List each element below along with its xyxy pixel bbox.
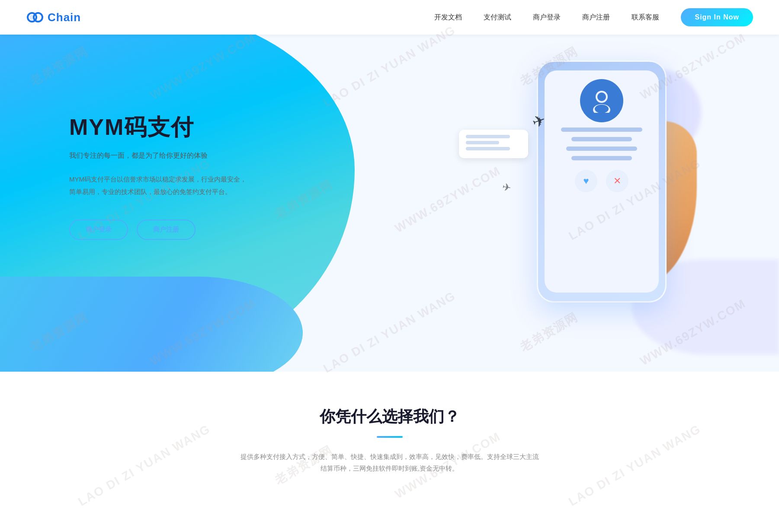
phone-outer: ♥ ✕: [537, 61, 667, 303]
nav-pay-test[interactable]: 支付测试: [484, 13, 511, 22]
signin-button[interactable]: Sign In Now: [681, 8, 753, 26]
hero-title: MYM码支付: [69, 112, 251, 143]
phone-actions: ♥ ✕: [575, 170, 628, 192]
hero-section: MYM码支付 我们专注的每一面，都是为了给你更好的体验 MYM码支付平台以信誉求…: [0, 35, 779, 372]
hero-content: MYM码支付 我们专注的每一面，都是为了给你更好的体验 MYM码支付平台以信誉求…: [69, 112, 251, 240]
chat-bubble: [459, 130, 528, 158]
paper-plane2-icon: ✈: [501, 181, 512, 194]
nav-contact[interactable]: 联系客服: [632, 13, 659, 22]
section2-divider: [377, 436, 403, 438]
chat-line-3: [466, 147, 510, 150]
hero-subtitle: 我们专注的每一面，都是为了给你更好的体验: [69, 151, 251, 160]
hero-register-button[interactable]: 商户注册: [137, 220, 196, 240]
heart-button: ♥: [575, 170, 597, 192]
logo[interactable]: Chain: [26, 9, 81, 26]
navbar: Chain 开发文档 支付测试 商户登录 商户注册 联系客服 Sign In N…: [0, 0, 779, 35]
phone-screen: ♥ ✕: [545, 70, 659, 293]
nav-dev-docs[interactable]: 开发文档: [434, 13, 462, 22]
chat-line-1: [466, 135, 510, 138]
phone-line-4: [571, 156, 632, 160]
section2: 你凭什么选择我们？ 提供多种支付接入方式，方便、简单、快捷、快速集成到，效率高，…: [0, 372, 779, 509]
phone-avatar: [580, 79, 623, 122]
phone-line-3: [566, 147, 637, 151]
nav-merchant-login[interactable]: 商户登录: [533, 13, 561, 22]
phone-line-2: [571, 137, 632, 141]
hero-desc: MYM码支付平台以信誉求市场以稳定求发展，行业内最安全，简单易用，专业的技术团队…: [69, 173, 251, 198]
avatar-icon: [591, 89, 612, 113]
blob-bottom: [0, 277, 303, 372]
nav-merchant-register[interactable]: 商户注册: [582, 13, 610, 22]
section2-title: 你凭什么选择我们？: [69, 406, 710, 427]
chain-logo-icon: [26, 9, 43, 26]
chat-line-2: [466, 141, 499, 144]
svg-point-2: [29, 15, 35, 20]
section2-desc: 提供多种支付接入方式，方便、简单、快捷、快速集成到，效率高，见效快，费率低。支持…: [238, 451, 541, 474]
hero-buttons: 商户登录 商户注册: [69, 220, 251, 240]
phone-wrapper: ♥ ✕: [537, 61, 675, 311]
svg-point-1: [34, 13, 42, 22]
brand-name: Chain: [48, 11, 81, 24]
nav-links: 开发文档 支付测试 商户登录 商户注册 联系客服 Sign In Now: [434, 8, 753, 26]
svg-point-5: [597, 92, 606, 101]
phone-line-1: [561, 127, 642, 132]
close-button: ✕: [606, 170, 628, 192]
hero-login-button[interactable]: 商户登录: [69, 220, 128, 240]
